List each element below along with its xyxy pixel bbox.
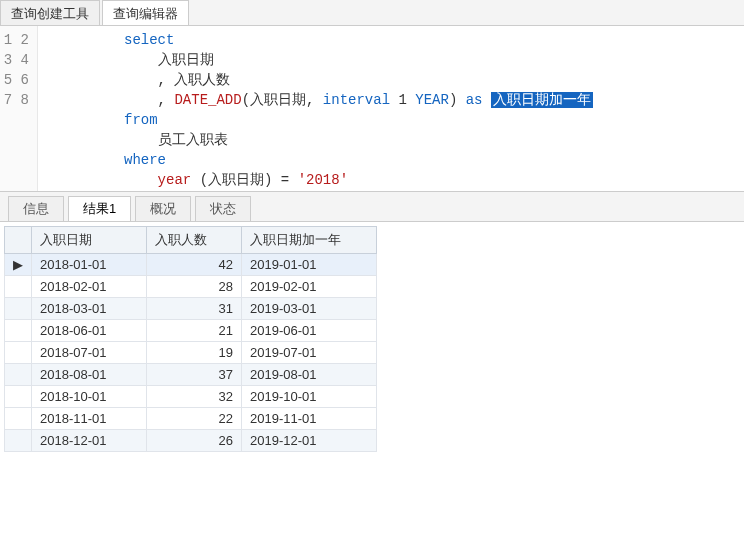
table-row[interactable]: 2018-12-01262019-12-01	[5, 430, 377, 452]
cell-hiredate[interactable]: 2018-01-01	[32, 254, 147, 276]
selected-alias: 入职日期加一年	[491, 92, 593, 108]
row-marker	[5, 364, 32, 386]
table-row[interactable]: 2018-06-01212019-06-01	[5, 320, 377, 342]
tab-status[interactable]: 状态	[195, 196, 251, 221]
row-marker	[5, 276, 32, 298]
cell-hiredate[interactable]: 2018-12-01	[32, 430, 147, 452]
cell-count[interactable]: 31	[147, 298, 242, 320]
cell-nextyear[interactable]: 2019-11-01	[242, 408, 377, 430]
table-row[interactable]: 2018-08-01372019-08-01	[5, 364, 377, 386]
tab-query-build-tool[interactable]: 查询创建工具	[0, 0, 100, 25]
cell-count[interactable]: 21	[147, 320, 242, 342]
row-marker	[5, 408, 32, 430]
cell-hiredate[interactable]: 2018-11-01	[32, 408, 147, 430]
cell-count[interactable]: 26	[147, 430, 242, 452]
table-row[interactable]: 2018-10-01322019-10-01	[5, 386, 377, 408]
cell-nextyear[interactable]: 2019-10-01	[242, 386, 377, 408]
row-marker	[5, 298, 32, 320]
cell-hiredate[interactable]: 2018-07-01	[32, 342, 147, 364]
cell-count[interactable]: 37	[147, 364, 242, 386]
cell-nextyear[interactable]: 2019-02-01	[242, 276, 377, 298]
line-gutter: 1 2 3 4 5 6 7 8	[0, 26, 38, 191]
cell-count[interactable]: 19	[147, 342, 242, 364]
col-header-hiredate[interactable]: 入职日期	[32, 227, 147, 254]
cell-count[interactable]: 42	[147, 254, 242, 276]
cell-nextyear[interactable]: 2019-03-01	[242, 298, 377, 320]
table-row[interactable]: 2018-11-01222019-11-01	[5, 408, 377, 430]
table-row[interactable]: ▶2018-01-01422019-01-01	[5, 254, 377, 276]
tab-info[interactable]: 信息	[8, 196, 64, 221]
tab-query-editor[interactable]: 查询编辑器	[102, 0, 189, 25]
cell-nextyear[interactable]: 2019-12-01	[242, 430, 377, 452]
row-marker-header	[5, 227, 32, 254]
col-header-nextyear[interactable]: 入职日期加一年	[242, 227, 377, 254]
cell-count[interactable]: 28	[147, 276, 242, 298]
top-tabs: 查询创建工具 查询编辑器	[0, 0, 744, 26]
cell-nextyear[interactable]: 2019-01-01	[242, 254, 377, 276]
cell-hiredate[interactable]: 2018-08-01	[32, 364, 147, 386]
row-marker: ▶	[5, 254, 32, 276]
cell-nextyear[interactable]: 2019-06-01	[242, 320, 377, 342]
row-marker	[5, 430, 32, 452]
result-tabs: 信息 结果1 概况 状态	[0, 192, 744, 222]
sql-editor[interactable]: 1 2 3 4 5 6 7 8 select 入职日期 , 入职人数 , DAT…	[0, 26, 744, 192]
table-row[interactable]: 2018-07-01192019-07-01	[5, 342, 377, 364]
col-header-count[interactable]: 入职人数	[147, 227, 242, 254]
tab-result1[interactable]: 结果1	[68, 196, 131, 221]
cell-count[interactable]: 32	[147, 386, 242, 408]
result-grid[interactable]: 入职日期 入职人数 入职日期加一年 ▶2018-01-01422019-01-0…	[4, 226, 377, 452]
row-marker	[5, 342, 32, 364]
tab-profile[interactable]: 概况	[135, 196, 191, 221]
row-marker	[5, 320, 32, 342]
row-marker	[5, 386, 32, 408]
cell-hiredate[interactable]: 2018-02-01	[32, 276, 147, 298]
cell-hiredate[interactable]: 2018-10-01	[32, 386, 147, 408]
table-row[interactable]: 2018-03-01312019-03-01	[5, 298, 377, 320]
cell-hiredate[interactable]: 2018-03-01	[32, 298, 147, 320]
table-row[interactable]: 2018-02-01282019-02-01	[5, 276, 377, 298]
cell-count[interactable]: 22	[147, 408, 242, 430]
cell-nextyear[interactable]: 2019-08-01	[242, 364, 377, 386]
sql-code[interactable]: select 入职日期 , 入职人数 , DATE_ADD(入职日期, inte…	[38, 26, 744, 191]
cell-nextyear[interactable]: 2019-07-01	[242, 342, 377, 364]
cell-hiredate[interactable]: 2018-06-01	[32, 320, 147, 342]
